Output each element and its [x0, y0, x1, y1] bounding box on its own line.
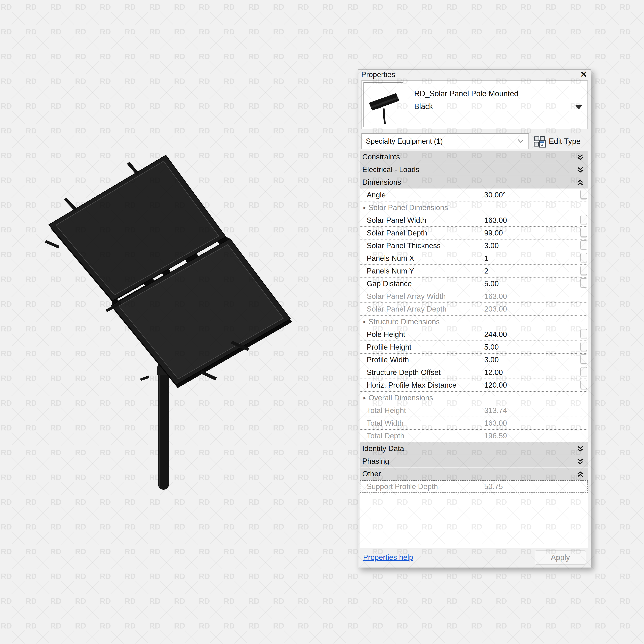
label-solar-panel-width: Solar Panel Width — [360, 214, 481, 227]
value-total-width: 163.00 — [481, 417, 579, 430]
row-solar-panel-thickness[interactable]: Solar Panel Thickness3.00 — [360, 239, 588, 252]
row-panels-num-x[interactable]: Panels Num X1 — [360, 252, 588, 265]
row-solar-panel-width[interactable]: Solar Panel Width163.00 — [360, 214, 588, 227]
value-support-profile-depth: 50.75 — [481, 480, 579, 493]
button-cell-panels-num-y — [579, 265, 588, 278]
apply-button[interactable]: Apply — [535, 550, 586, 565]
button-cell-total-depth — [579, 430, 588, 442]
value-structure-dimensions — [481, 316, 579, 328]
row-solar-panel-array-width: Solar Panel Array Width163.00 — [360, 290, 588, 303]
label-panels-num-y: Panels Num Y — [360, 265, 481, 278]
value-profile-height[interactable]: 5.00 — [481, 341, 579, 354]
value-profile-width[interactable]: 3.00 — [481, 354, 579, 366]
value-solar-panel-depth[interactable]: 99.00 — [481, 227, 579, 239]
label-solar-panel-thickness: Solar Panel Thickness — [360, 239, 481, 252]
section-label-constraints: Constraints — [360, 153, 400, 161]
associate-parameter-button-structure-depth-offset[interactable] — [580, 367, 587, 376]
value-structure-depth-offset[interactable]: 12.00 — [481, 366, 579, 379]
associate-parameter-button-panels-num-y[interactable] — [580, 266, 587, 275]
associate-parameter-button-solar-panel-thickness[interactable] — [580, 240, 587, 250]
chevron-double-up-icon[interactable] — [577, 471, 584, 478]
button-cell-gap-distance — [579, 278, 588, 290]
button-cell-solar-panel-depth — [579, 227, 588, 239]
button-cell-solar-panel-array-width — [579, 290, 588, 303]
row-structure-dimensions[interactable]: ▸Structure Dimensions — [360, 316, 588, 328]
associate-parameter-button-solar-panel-width[interactable] — [580, 215, 587, 224]
value-solar-panel-width[interactable]: 163.00 — [481, 214, 579, 227]
label-pole-height: Pole Height — [360, 328, 481, 341]
section-identity-data[interactable]: Identity Data — [360, 442, 588, 455]
section-phasing[interactable]: Phasing — [360, 455, 588, 468]
value-solar-panel-array-width: 163.00 — [481, 290, 579, 303]
category-select-value: Specialty Equipment (1) — [366, 137, 443, 146]
row-panels-num-y[interactable]: Panels Num Y2 — [360, 265, 588, 278]
close-icon[interactable]: ✕ — [579, 69, 588, 80]
associate-parameter-button-horiz-profile-max-distance[interactable] — [580, 380, 587, 389]
section-constraints[interactable]: Constraints — [360, 151, 588, 163]
section-label-other: Other — [360, 470, 381, 478]
edit-type-button[interactable]: Edit Type — [532, 134, 582, 149]
section-other[interactable]: Other — [360, 468, 588, 480]
chevron-down-icon — [517, 139, 524, 144]
row-structure-depth-offset[interactable]: Structure Depth Offset12.00 — [360, 366, 588, 379]
row-solar-panel-depth[interactable]: Solar Panel Depth99.00 — [360, 227, 588, 239]
value-horiz-profile-max-distance[interactable]: 120.00 — [481, 379, 579, 392]
label-solar-panel-depth: Solar Panel Depth — [360, 227, 481, 239]
section-dimensions[interactable]: Dimensions — [360, 176, 588, 189]
category-select[interactable]: Specialty Equipment (1) — [361, 133, 529, 149]
associate-parameter-button-solar-panel-depth[interactable] — [580, 228, 587, 237]
label-structure-depth-offset: Structure Depth Offset — [360, 366, 481, 379]
type-thumbnail — [363, 82, 403, 127]
associate-parameter-button-profile-width[interactable] — [580, 354, 587, 364]
value-total-height: 313.74 — [481, 404, 579, 417]
row-total-width: Total Width163.00 — [360, 417, 588, 430]
section-label-dimensions: Dimensions — [360, 178, 401, 187]
row-angle[interactable]: Angle30.00° — [360, 189, 588, 201]
associate-parameter-button-angle[interactable] — [580, 190, 587, 199]
button-cell-solar-panel-thickness — [579, 239, 588, 252]
row-solar-panel-dimensions[interactable]: ▸Solar Panel Dimensions — [360, 201, 588, 214]
row-profile-height[interactable]: Profile Height5.00 — [360, 341, 588, 354]
button-cell-total-height — [579, 404, 588, 417]
section-electrical-loads[interactable]: Electrical - Loads — [360, 163, 588, 176]
row-horiz-profile-max-distance[interactable]: Horiz. Profile Max Distance120.00 — [360, 379, 588, 392]
group-arrow-icon: ▸ — [363, 395, 366, 401]
row-profile-width[interactable]: Profile Width3.00 — [360, 354, 588, 366]
associate-parameter-button-panels-num-x[interactable] — [580, 253, 587, 262]
label-total-width: Total Width — [360, 417, 481, 430]
label-support-profile-depth: Support Profile Depth — [360, 480, 481, 493]
row-pole-height[interactable]: Pole Height244.00 — [360, 328, 588, 341]
stage: Properties ✕ RD_Solar Panel Pole Mounted… — [0, 0, 644, 644]
row-total-depth: Total Depth196.59 — [360, 430, 588, 442]
row-gap-distance[interactable]: Gap Distance5.00 — [360, 278, 588, 290]
type-dropdown-icon[interactable] — [575, 105, 582, 109]
chevron-double-down-icon[interactable] — [577, 445, 584, 452]
render-upper-panel — [49, 155, 226, 301]
properties-panel: Properties ✕ RD_Solar Panel Pole Mounted… — [358, 69, 591, 568]
label-solar-panel-array-width: Solar Panel Array Width — [360, 290, 481, 303]
value-panels-num-y[interactable]: 2 — [481, 265, 579, 278]
chevron-double-down-icon[interactable] — [577, 154, 584, 161]
chevron-double-down-icon[interactable] — [577, 458, 584, 465]
render-pole — [158, 342, 169, 490]
chevron-double-down-icon[interactable] — [577, 166, 584, 173]
button-cell-panels-num-x — [579, 252, 588, 265]
associate-parameter-button-profile-height[interactable] — [580, 342, 587, 351]
value-panels-num-x[interactable]: 1 — [481, 252, 579, 265]
value-angle[interactable]: 30.00° — [481, 189, 579, 201]
associate-parameter-button-pole-height[interactable] — [580, 329, 587, 338]
row-overall-dimensions[interactable]: ▸Overall Dimensions — [360, 392, 588, 404]
button-cell-solar-panel-width — [579, 214, 588, 227]
button-cell-support-profile-depth — [579, 480, 588, 493]
value-solar-panel-thickness[interactable]: 3.00 — [481, 239, 579, 252]
type-selector[interactable]: RD_Solar Panel Pole Mounted Black — [361, 80, 588, 129]
section-label-electrical-loads: Electrical - Loads — [360, 165, 419, 174]
button-cell-structure-depth-offset — [579, 366, 588, 379]
associate-parameter-button-gap-distance[interactable] — [580, 278, 587, 288]
chevron-double-up-icon[interactable] — [577, 179, 584, 186]
properties-grid: ConstraintsElectrical - LoadsDimensionsA… — [360, 151, 588, 548]
properties-help-link[interactable]: Properties help — [363, 553, 413, 562]
value-pole-height[interactable]: 244.00 — [481, 328, 579, 341]
button-cell-structure-dimensions — [579, 316, 588, 328]
value-gap-distance[interactable]: 5.00 — [481, 278, 579, 290]
